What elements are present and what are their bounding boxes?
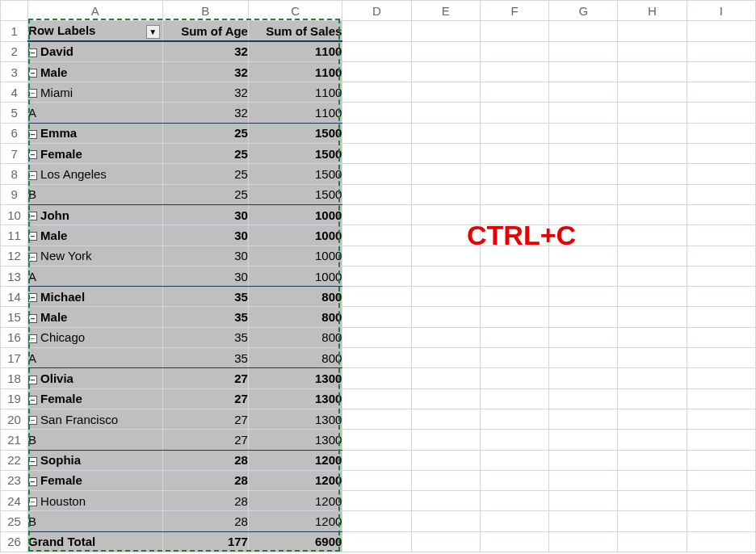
collapse-icon[interactable]: − [28, 314, 37, 323]
row-header[interactable]: 1 [1, 21, 28, 41]
cell-empty[interactable] [342, 41, 411, 61]
pivot-cell-age[interactable]: 25 [162, 164, 248, 184]
row-header[interactable]: 8 [1, 164, 28, 184]
pivot-cell-sales[interactable]: 1300 [248, 388, 342, 409]
cell-empty[interactable] [411, 41, 480, 61]
cell-empty[interactable] [480, 82, 548, 103]
cell-empty[interactable] [687, 41, 755, 61]
cell-empty[interactable] [411, 511, 480, 531]
cell-empty[interactable] [342, 204, 411, 225]
cell-empty[interactable] [687, 123, 755, 143]
cell-empty[interactable] [687, 287, 755, 307]
col-header-A[interactable]: A [28, 1, 163, 21]
row-header[interactable]: 13 [1, 266, 28, 286]
row-header[interactable]: 20 [1, 409, 28, 429]
cell-empty[interactable] [411, 266, 480, 286]
cell-empty[interactable] [342, 184, 411, 204]
pivot-row-label[interactable]: −Female [28, 144, 163, 164]
cell-empty[interactable] [549, 103, 618, 123]
cell-empty[interactable] [618, 103, 687, 123]
cell-empty[interactable] [342, 470, 411, 490]
pivot-cell-age[interactable]: 25 [162, 123, 248, 143]
cell-empty[interactable] [411, 348, 480, 368]
cell-empty[interactable] [618, 204, 687, 225]
cell-empty[interactable] [618, 21, 687, 41]
cell-empty[interactable] [687, 21, 755, 41]
pivot-row-label[interactable]: −New York [28, 246, 163, 266]
pivot-row-label[interactable]: −Female [28, 470, 163, 490]
pivot-cell-sales[interactable]: 1000 [248, 225, 342, 246]
row-header[interactable]: 10 [1, 204, 28, 225]
cell-empty[interactable] [480, 123, 548, 143]
row-header[interactable]: 6 [1, 123, 28, 143]
cell-empty[interactable] [687, 164, 755, 184]
cell-empty[interactable] [480, 430, 548, 450]
pivot-cell-sales[interactable]: 1500 [248, 144, 342, 164]
collapse-icon[interactable]: − [28, 457, 37, 466]
row-header[interactable]: 4 [1, 82, 28, 103]
cell-empty[interactable] [411, 184, 480, 204]
row-header[interactable]: 12 [1, 246, 28, 266]
cell-empty[interactable] [618, 450, 687, 470]
cell-empty[interactable] [618, 430, 687, 450]
pivot-row-label[interactable]: B [28, 430, 163, 450]
cell-empty[interactable] [411, 470, 480, 490]
collapse-icon[interactable]: − [28, 89, 37, 98]
cell-empty[interactable] [480, 287, 548, 307]
cell-empty[interactable] [549, 307, 618, 327]
pivot-row-label[interactable]: −Olivia [28, 368, 163, 388]
cell-empty[interactable] [342, 511, 411, 531]
pivot-cell-age[interactable]: 28 [162, 511, 248, 531]
cell-empty[interactable] [549, 531, 618, 552]
pivot-cell-sales[interactable]: 1500 [248, 123, 342, 143]
pivot-grand-total-age[interactable]: 177 [162, 531, 248, 552]
pivot-row-label[interactable]: −Male [28, 61, 163, 82]
cell-empty[interactable] [342, 123, 411, 143]
collapse-icon[interactable]: − [28, 48, 37, 57]
row-header[interactable]: 22 [1, 450, 28, 470]
pivot-cell-sales[interactable]: 1000 [248, 246, 342, 266]
collapse-icon[interactable]: − [28, 497, 37, 506]
cell-empty[interactable] [687, 368, 755, 388]
cell-empty[interactable] [549, 82, 618, 103]
cell-empty[interactable] [480, 491, 548, 511]
cell-empty[interactable] [618, 82, 687, 103]
col-header-H[interactable]: H [618, 1, 687, 21]
cell-empty[interactable] [480, 327, 548, 347]
col-header-E[interactable]: E [411, 1, 480, 21]
collapse-icon[interactable]: − [28, 376, 37, 384]
cell-empty[interactable] [549, 164, 618, 184]
pivot-cell-sales[interactable]: 1300 [248, 409, 342, 429]
pivot-row-label[interactable]: −Chicago [28, 327, 163, 347]
collapse-icon[interactable]: − [28, 232, 37, 241]
cell-empty[interactable] [342, 246, 411, 266]
cell-empty[interactable] [411, 21, 480, 41]
cell-empty[interactable] [480, 266, 548, 286]
pivot-cell-age[interactable]: 35 [162, 307, 248, 327]
col-header-I[interactable]: I [687, 1, 755, 21]
cell-empty[interactable] [411, 61, 480, 82]
cell-empty[interactable] [618, 327, 687, 347]
row-header[interactable]: 18 [1, 368, 28, 388]
pivot-cell-sales[interactable]: 1300 [248, 368, 342, 388]
cell-empty[interactable] [342, 144, 411, 164]
cell-empty[interactable] [342, 21, 411, 41]
pivot-cell-age[interactable]: 35 [162, 287, 248, 307]
cell-empty[interactable] [549, 61, 618, 82]
pivot-cell-age[interactable]: 32 [162, 41, 248, 61]
collapse-icon[interactable]: − [28, 334, 37, 343]
cell-empty[interactable] [549, 450, 618, 470]
cell-empty[interactable] [618, 470, 687, 490]
cell-empty[interactable] [549, 184, 618, 204]
pivot-cell-sales[interactable]: 800 [248, 348, 342, 368]
pivot-cell-age[interactable]: 25 [162, 144, 248, 164]
pivot-cell-age[interactable]: 28 [162, 450, 248, 470]
cell-empty[interactable] [549, 409, 618, 429]
pivot-row-label[interactable]: −David [28, 41, 163, 61]
pivot-cell-age[interactable]: 30 [162, 266, 248, 286]
cell-empty[interactable] [342, 368, 411, 388]
cell-empty[interactable] [618, 164, 687, 184]
cell-empty[interactable] [480, 41, 548, 61]
collapse-icon[interactable]: − [28, 477, 37, 486]
cell-empty[interactable] [411, 82, 480, 103]
